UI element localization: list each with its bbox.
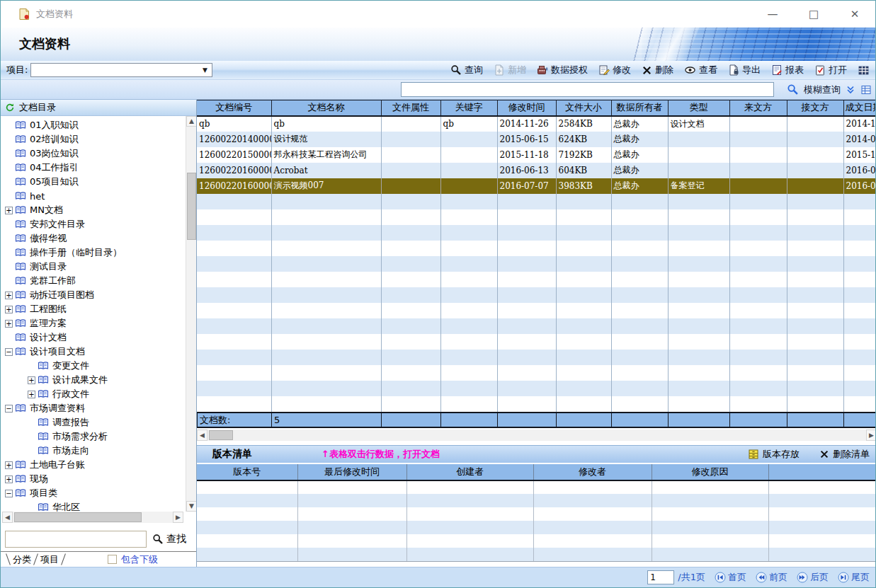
tree-item[interactable]: −项目类 — [1, 486, 186, 500]
version-empty-row[interactable] — [197, 507, 876, 521]
project-select[interactable]: ▼ — [30, 63, 212, 77]
doc-col-header[interactable]: 来文方 — [729, 100, 787, 116]
doc-row[interactable]: 12600220160000Acrobat2016-06-13604KB总裁办2… — [197, 163, 876, 178]
version-col-header[interactable]: 修改原因 — [652, 464, 768, 480]
tree-item[interactable]: 调查报告 — [1, 415, 186, 430]
doc-col-header[interactable]: 文档编号 — [197, 100, 271, 116]
version-empty-row[interactable] — [197, 480, 876, 494]
doc-row[interactable]: 12600220140000设计规范2015-06-15624KB总裁办2014… — [197, 132, 876, 147]
tree-item[interactable]: +土地电子台账 — [1, 458, 186, 472]
page-first-button[interactable]: 首页 — [715, 571, 746, 584]
doc-table-horizontal-scrollbar[interactable]: ◀ ▶ — [197, 430, 876, 441]
tree-item[interactable]: 傲得华视 — [1, 231, 186, 246]
doc-empty-row[interactable] — [197, 225, 876, 241]
tree-item[interactable]: 03岗位知识 — [1, 146, 186, 161]
scroll-left-arrow[interactable]: ◀ — [197, 430, 207, 441]
tree-item[interactable]: −设计项目文档 — [1, 345, 186, 359]
tree-item[interactable]: 市场走向 — [1, 444, 186, 458]
toolbar-report-button[interactable]: 报表 — [771, 64, 804, 76]
doc-col-header[interactable]: 文档名称 — [271, 100, 381, 116]
tree-find-input[interactable] — [5, 531, 147, 548]
doc-row[interactable]: 12600220150000邦永科技某工程咨询公司2015-11-187192K… — [197, 147, 876, 163]
tab-project[interactable]: 项目 — [40, 553, 59, 566]
doc-empty-row[interactable] — [197, 241, 876, 256]
version-empty-row[interactable] — [197, 521, 876, 534]
scroll-left-arrow[interactable]: ◀ — [2, 512, 13, 523]
tree-expander-minus[interactable]: − — [5, 348, 13, 356]
scroll-thumb[interactable] — [209, 430, 233, 440]
doc-empty-row[interactable] — [197, 381, 876, 396]
doc-col-header[interactable]: 关键字 — [440, 100, 497, 116]
tree-item[interactable]: het — [1, 189, 186, 203]
doc-col-header[interactable]: 文件大小 — [556, 100, 611, 116]
refresh-icon[interactable] — [5, 103, 15, 113]
find-button[interactable]: 查找 — [152, 533, 186, 546]
tree-item[interactable]: 华北区 — [1, 500, 186, 512]
doc-empty-row[interactable] — [197, 287, 876, 303]
tree-item[interactable]: +行政文件 — [1, 387, 186, 401]
doc-col-header[interactable]: 接文方 — [787, 100, 843, 116]
doc-col-header[interactable]: 类型 — [668, 100, 729, 116]
tree-item[interactable]: −市场调查资料 — [1, 401, 186, 415]
version-empty-row[interactable] — [197, 548, 876, 561]
toolbar-add-button[interactable]: 新增 — [494, 64, 526, 76]
page-prev-button[interactable]: 前页 — [756, 571, 787, 584]
tree-expander-minus[interactable]: − — [5, 490, 13, 497]
scroll-right-arrow[interactable]: ▶ — [866, 430, 876, 441]
tree-item[interactable]: +现场 — [1, 472, 186, 486]
grid-icon[interactable] — [858, 64, 870, 76]
tree-item[interactable]: 04工作指引 — [1, 161, 186, 175]
version-clear-button[interactable]: 删除清单 — [819, 448, 870, 461]
doc-empty-row[interactable] — [197, 365, 876, 381]
toolbar-query-button[interactable]: 查询 — [450, 64, 483, 76]
page-number-input[interactable] — [647, 570, 674, 584]
tree-expander-plus[interactable]: + — [5, 306, 13, 313]
toolbar-authorize-button[interactable]: 数据授权 — [537, 64, 588, 76]
version-empty-row[interactable] — [197, 494, 876, 507]
toolbar-delete-button[interactable]: 删除 — [642, 64, 673, 76]
tree-expander-plus[interactable]: + — [5, 475, 13, 483]
page-last-button[interactable]: 尾页 — [838, 571, 870, 584]
scroll-up-arrow[interactable]: ▲ — [186, 116, 196, 127]
toolbar-modify-button[interactable]: 修改 — [598, 64, 631, 76]
tree-expander-plus[interactable]: + — [5, 207, 13, 214]
tree-expander-plus[interactable]: + — [5, 320, 13, 328]
scroll-right-arrow[interactable]: ▶ — [173, 512, 183, 523]
doc-empty-row[interactable] — [197, 350, 876, 365]
version-col-header[interactable]: 创建者 — [406, 464, 533, 480]
doc-col-header[interactable]: 成文日期 — [843, 100, 876, 116]
version-store-button[interactable]: 版本存放 — [748, 448, 800, 461]
tree-item[interactable]: +设计成果文件 — [1, 373, 186, 387]
scroll-thumb[interactable] — [14, 512, 142, 522]
tree-horizontal-scrollbar[interactable]: ◀ ▶ — [2, 512, 183, 523]
tree-item[interactable]: 市场需求分析 — [1, 430, 186, 444]
fuzzy-search-input[interactable] — [401, 82, 774, 97]
tree-item[interactable]: +动拆迁项目图档 — [1, 288, 186, 302]
tree-expander-plus[interactable]: + — [5, 461, 13, 469]
tree-item[interactable]: 操作手册（临时目录） — [1, 246, 186, 260]
minimize-button[interactable]: — — [752, 1, 793, 28]
doc-empty-row[interactable] — [197, 334, 876, 350]
toolbar-view-button[interactable]: 查看 — [684, 64, 717, 76]
doc-empty-row[interactable] — [197, 256, 876, 272]
tree-item[interactable]: 设计文档 — [1, 330, 186, 345]
tree-item[interactable]: 测试目录 — [1, 260, 186, 274]
column-settings-icon[interactable] — [860, 84, 872, 96]
version-col-header[interactable]: 版本号 — [197, 464, 297, 480]
tree-item[interactable]: +监理方案 — [1, 316, 186, 330]
tree-item[interactable]: +工程图纸 — [1, 302, 186, 316]
include-sub-label[interactable]: 包含下级 — [121, 553, 158, 566]
tree-item[interactable]: 安邦文件目录 — [1, 217, 186, 231]
version-col-header[interactable]: 最后修改时间 — [297, 464, 406, 480]
tree-item[interactable]: 01入职知识 — [1, 118, 186, 132]
tree-item[interactable]: 02培训知识 — [1, 132, 186, 146]
scroll-down-arrow[interactable]: ▼ — [186, 501, 196, 512]
maximize-button[interactable]: □ — [793, 1, 834, 28]
tree-vertical-scrollbar[interactable]: ▲ ▼ — [186, 116, 196, 512]
doc-empty-row[interactable] — [197, 209, 876, 225]
doc-col-header[interactable]: 数据所有者 — [611, 100, 668, 116]
combo-arrow-icon[interactable]: ▼ — [199, 65, 210, 75]
doc-row[interactable]: qbqbqb2014-11-262584KB总裁办设计文档2014-1 — [197, 116, 876, 132]
close-button[interactable]: ✕ — [834, 1, 875, 28]
doc-col-header[interactable]: 文件属性 — [381, 100, 440, 116]
